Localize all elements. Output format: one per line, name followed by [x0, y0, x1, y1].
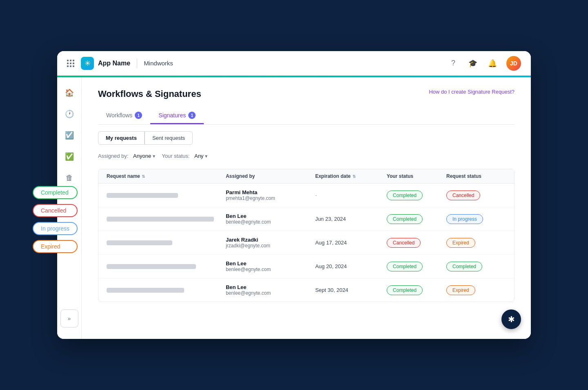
table-row[interactable]: Ben Lee benlee@egnyte.com Jun 23, 2024 C…	[98, 207, 514, 231]
table-row[interactable]: Ben Lee benlee@egnyte.com Aug 20, 2024 C…	[98, 255, 514, 278]
subtab-my-requests[interactable]: My requests	[98, 131, 145, 145]
request-name-cell	[107, 217, 226, 222]
your-status-cell: Cancelled	[387, 238, 446, 248]
th-expiration-date: Expiration date ⇅	[315, 173, 387, 179]
assignee-email: benlee@egnyte.com	[226, 219, 315, 225]
request-name-cell	[107, 288, 226, 293]
th-request-status: Request status	[446, 173, 506, 179]
th-request-name: Request name ⇅	[107, 173, 226, 179]
request-status-cell: Expired	[446, 285, 506, 295]
your-status-pill: Cancelled	[387, 238, 421, 248]
badge-expired: Expired	[33, 240, 78, 253]
main-layout: 🏠 🕐 ☑️ ✅ 🗑 » Workflows & Signatures How …	[57, 77, 531, 339]
badge-cancelled: Cancelled	[33, 204, 78, 217]
table-body: Parmi Mehta pmehta1@egnyte.com - Complet…	[98, 184, 514, 302]
expiry-cell: Aug 20, 2024	[315, 263, 387, 269]
request-status-pill: Expired	[446, 238, 475, 248]
page-header: Workflows & Signatures How do I create S…	[98, 89, 514, 99]
app-logo: ✳	[81, 57, 94, 70]
page-title: Workflows & Signatures	[98, 89, 201, 99]
grid-menu-icon[interactable]	[67, 60, 74, 67]
expiry-cell: -	[315, 192, 387, 198]
signatures-badge: 1	[188, 112, 196, 119]
assigned-by-filter[interactable]: Assigned by: Anyone ▾	[98, 151, 155, 161]
sort-icon-name[interactable]: ⇅	[142, 174, 145, 179]
bell-icon[interactable]: 🔔	[487, 58, 498, 69]
assigned-by-cell: Ben Lee benlee@egnyte.com	[226, 213, 315, 225]
request-status-cell: In progress	[446, 214, 506, 224]
assignee-name: Jarek Rzadki	[226, 237, 315, 243]
request-status-cell: Cancelled	[446, 191, 506, 200]
table-row[interactable]: Jarek Rzadki jrzadki@egnyte.com Aug 17, …	[98, 231, 514, 255]
status-chevron: ▾	[205, 153, 207, 159]
table-header: Request name ⇅ Assigned by Expiration da…	[98, 169, 514, 184]
expiry-cell: Jun 23, 2024	[315, 216, 387, 222]
expiry-cell: Sept 30, 2024	[315, 287, 387, 293]
tab-workflows[interactable]: Workflows 1	[98, 108, 150, 124]
your-status-pill: Completed	[387, 262, 423, 271]
assigned-by-cell: Parmi Mehta pmehta1@egnyte.com	[226, 189, 315, 201]
assignee-email: pmehta1@egnyte.com	[226, 195, 315, 201]
request-status-pill: Expired	[446, 285, 475, 295]
assigned-by-cell: Ben Lee benlee@egnyte.com	[226, 260, 315, 272]
content-area: Workflows & Signatures How do I create S…	[82, 77, 531, 339]
fab-button[interactable]: ✱	[501, 309, 521, 329]
main-tabs: Workflows 1 Signatures 1	[98, 108, 514, 125]
request-name-cell	[107, 240, 226, 245]
assignee-email: jrzadki@egnyte.com	[226, 243, 315, 249]
app-logo-symbol: ✳	[85, 59, 91, 68]
subtab-sent-requests[interactable]: Sent requests	[145, 131, 193, 145]
user-avatar[interactable]: JD	[506, 56, 521, 71]
request-status-cell: Expired	[446, 238, 506, 248]
assignee-email: benlee@egnyte.com	[226, 290, 315, 296]
app-name-label: App Name	[98, 60, 130, 67]
topbar-icons: ? 🎓 🔔 JD	[448, 56, 521, 71]
table-row[interactable]: Parmi Mehta pmehta1@egnyte.com - Complet…	[98, 184, 514, 207]
help-icon[interactable]: ?	[448, 58, 459, 69]
topbar-divider	[137, 58, 137, 68]
assigned-by-chevron: ▾	[153, 153, 155, 159]
table-row[interactable]: Ben Lee benlee@egnyte.com Sept 30, 2024 …	[98, 278, 514, 302]
request-status-pill: In progress	[446, 214, 483, 224]
th-your-status: Your status	[387, 173, 446, 179]
sidebar-item-workflows[interactable]: ✅	[60, 148, 78, 166]
your-status-pill: Completed	[387, 285, 423, 295]
legend-badges: Completed Cancelled In progress Expired	[33, 186, 78, 253]
workflows-badge: 1	[135, 112, 142, 119]
tab-signatures[interactable]: Signatures 1	[150, 108, 204, 124]
your-status-cell: Completed	[387, 262, 446, 271]
assignee-name: Ben Lee	[226, 260, 315, 267]
your-status-pill: Completed	[387, 214, 423, 224]
status-filter[interactable]: Your status: Any ▾	[162, 151, 207, 161]
requests-table: Request name ⇅ Assigned by Expiration da…	[98, 169, 514, 302]
assigned-by-cell: Jarek Rzadki jrzadki@egnyte.com	[226, 237, 315, 249]
assignee-name: Ben Lee	[226, 284, 315, 290]
request-status-pill: Cancelled	[446, 191, 480, 200]
expiry-cell: Aug 17, 2024	[315, 240, 387, 246]
app-window: ✳ App Name Mindworks ? 🎓 🔔 JD 🏠 🕐 ☑️ ✅	[57, 51, 531, 339]
sidebar-item-home[interactable]: 🏠	[60, 84, 78, 102]
assignee-name: Ben Lee	[226, 213, 315, 219]
top-bar: ✳ App Name Mindworks ? 🎓 🔔 JD	[57, 51, 531, 76]
sub-tabs: My requests Sent requests	[98, 125, 514, 145]
sidebar-expand-button[interactable]: »	[60, 309, 78, 327]
your-status-cell: Completed	[387, 285, 446, 295]
sort-icon-expiry[interactable]: ⇅	[352, 174, 356, 179]
your-status-cell: Completed	[387, 214, 446, 224]
help-link[interactable]: How do I create Signature Request?	[429, 89, 514, 95]
org-name-label: Mindworks	[144, 60, 173, 67]
sidebar-item-history[interactable]: 🕐	[60, 105, 78, 123]
badge-completed: Completed	[33, 186, 78, 199]
your-status-pill: Completed	[387, 191, 423, 200]
assignee-email: benlee@egnyte.com	[226, 267, 315, 272]
graduate-icon[interactable]: 🎓	[467, 58, 479, 69]
assignee-name: Parmi Mehta	[226, 189, 315, 195]
request-name-cell	[107, 193, 226, 198]
sidebar-item-tasks[interactable]: ☑️	[60, 126, 78, 144]
assigned-by-cell: Ben Lee benlee@egnyte.com	[226, 284, 315, 296]
sidebar-item-trash[interactable]: 🗑	[60, 169, 78, 187]
th-assigned-by: Assigned by	[226, 173, 315, 179]
request-name-cell	[107, 264, 226, 269]
request-status-pill: Completed	[446, 262, 482, 271]
your-status-cell: Completed	[387, 191, 446, 200]
